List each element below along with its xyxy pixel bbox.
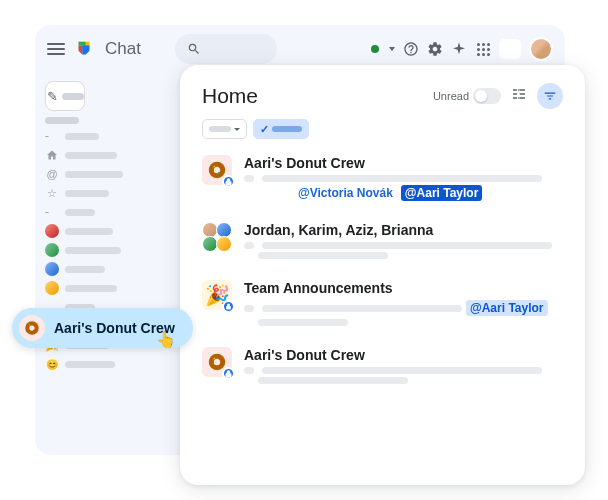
toggle-switch — [473, 88, 501, 104]
mention[interactable]: @Aari Taylor — [466, 300, 548, 316]
svg-point-2 — [213, 165, 215, 167]
mention[interactable]: @Aari Taylor — [401, 185, 483, 201]
home-icon — [45, 148, 59, 162]
thread-title: Aari's Donut Crew — [244, 155, 563, 171]
filter-icon — [543, 89, 557, 103]
thread-title: Jordan, Karim, Aziz, Brianna — [244, 222, 563, 238]
thread-item[interactable]: Jordan, Karim, Aziz, Brianna — [202, 222, 563, 262]
sidebar-item[interactable] — [45, 281, 155, 295]
chat-logo — [73, 38, 95, 60]
space-avatar — [202, 347, 232, 377]
unread-toggle[interactable]: Unread — [433, 88, 501, 104]
group-avatar — [202, 222, 232, 252]
space-avatar — [202, 155, 232, 185]
chat-bubble-icon — [476, 91, 486, 101]
search-icon — [187, 42, 201, 56]
avatar-icon — [45, 224, 59, 238]
chevron-down-icon — [234, 128, 240, 131]
donut-icon — [19, 315, 45, 341]
thread-item[interactable]: 🎉 Team Announcements @Aari Taylor — [202, 280, 563, 329]
avatar-icon — [45, 262, 59, 276]
thread-badge-icon — [222, 367, 235, 380]
filter-button[interactable] — [537, 83, 563, 109]
avatar-icon — [45, 243, 59, 257]
sidebar-section: - — [45, 205, 155, 219]
space-avatar: 🎉 — [202, 280, 232, 310]
cursor-pointer-icon: 👆 — [156, 330, 176, 349]
account-avatar[interactable] — [529, 37, 553, 61]
sidebar-item[interactable] — [45, 224, 155, 238]
svg-point-12 — [34, 325, 36, 327]
thread-title: Team Announcements — [244, 280, 563, 296]
apps-icon[interactable] — [475, 41, 491, 57]
thread-item[interactable]: Aari's Donut Crew @Victoria Novák @Aari … — [202, 155, 563, 204]
sidebar-item[interactable] — [45, 243, 155, 257]
sparkle-icon[interactable] — [451, 41, 467, 57]
panel-title: Home — [202, 84, 433, 108]
sidebar-item[interactable] — [45, 148, 155, 162]
filter-chip-selected[interactable]: ✓ — [253, 119, 309, 139]
compose-button[interactable]: ✎ — [45, 81, 85, 111]
account-org-chip[interactable] — [499, 39, 521, 59]
sidebar-item[interactable]: ☆ — [45, 186, 155, 200]
app-title: Chat — [105, 39, 141, 59]
menu-icon[interactable] — [47, 43, 65, 55]
view-toggle-icon[interactable] — [511, 86, 527, 106]
status-caret-icon[interactable] — [389, 47, 395, 51]
sidebar-item[interactable]: 😊 — [45, 357, 155, 371]
thread-title: Aari's Donut Crew — [244, 347, 563, 363]
svg-point-13 — [33, 330, 35, 332]
svg-point-7 — [213, 357, 215, 359]
sidebar-item[interactable] — [45, 262, 155, 276]
avatar-icon — [45, 281, 59, 295]
check-icon: ✓ — [260, 123, 269, 136]
mention[interactable]: @Victoria Novák — [294, 185, 397, 201]
sidebar: ✎ - @ ☆ - - 🍩 🎉 😊 — [35, 73, 165, 453]
svg-point-8 — [219, 358, 221, 360]
thread-item[interactable]: Aari's Donut Crew — [202, 347, 563, 387]
main-panel: Home Unread ✓ Aari's Donut Crew @Victori… — [180, 65, 585, 485]
unread-label: Unread — [433, 90, 469, 102]
thread-badge-icon — [222, 300, 235, 313]
star-icon: ☆ — [45, 186, 59, 200]
new-chat-icon: ✎ — [47, 89, 58, 104]
filter-chips: ✓ — [202, 119, 563, 139]
space-icon: 😊 — [45, 357, 59, 371]
search-input[interactable] — [175, 34, 277, 64]
settings-icon[interactable] — [427, 41, 443, 57]
mention-icon: @ — [45, 167, 59, 181]
filter-chip[interactable] — [202, 119, 247, 139]
svg-point-4 — [218, 172, 220, 174]
panel-header: Home Unread — [202, 83, 563, 109]
help-icon[interactable] — [403, 41, 419, 57]
sidebar-item[interactable]: @ — [45, 167, 155, 181]
svg-point-3 — [219, 166, 221, 168]
sidebar-section: - — [45, 129, 155, 143]
status-active-icon[interactable] — [371, 45, 379, 53]
thread-badge-icon — [222, 175, 235, 188]
svg-point-11 — [29, 324, 31, 326]
